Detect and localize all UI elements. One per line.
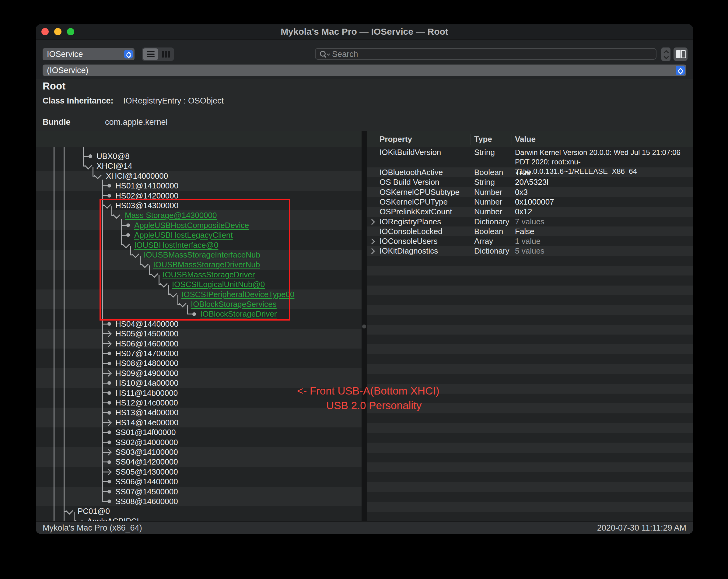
divider-handle-icon[interactable] [362,325,366,328]
class-inheritance-value: IORegistryEntry : OSObject [123,96,224,106]
tree-node-row[interactable]: HS01@14100000 [36,181,362,191]
row-stripe [367,285,693,296]
tree-node-label: HS08@14800000 [115,358,178,368]
tree-node-label: SS08@14600000 [115,497,178,507]
property-row[interactable]: OSKernelCPUSubtypeNumber0x3 [367,187,693,197]
inspector-toggle-button[interactable] [674,48,687,61]
window-title: Mykola’s Mac Pro — IOService — Root [36,24,693,39]
search-scope-chevron-icon [327,52,330,55]
column-header-property[interactable]: Property [380,131,412,147]
row-stripe [367,344,693,354]
class-filter-bar[interactable]: (IOService) [43,65,686,76]
tree-node-label: XHCI@14 [97,161,132,171]
tree-node-row[interactable]: PC01@0 [36,506,362,516]
property-type: Number [474,187,502,197]
property-name: OS Build Version [380,177,440,187]
tree-node-row[interactable]: XHCI@14000000 [36,171,362,181]
tree-node-row[interactable]: HS12@14c00000 [36,398,362,408]
tree-node-row[interactable]: SS03@14100000 [36,447,362,457]
tree-node-label: SS02@14000000 [115,437,178,448]
property-row[interactable]: IOKitDiagnosticsDictionary5 values [367,246,693,256]
row-stripe [367,295,693,305]
tree-pane-header [36,131,362,147]
property-name: IOConsoleUsers [380,236,438,246]
pane-divider[interactable] [362,131,367,522]
tree-node-row[interactable]: HS05@14500000 [36,329,362,338]
row-stripe [367,502,693,512]
tree-node-row[interactable]: SS07@14500000 [36,487,362,497]
tree-node-row[interactable]: HS14@14e00000 [36,418,362,427]
disclosure-collapsed-icon[interactable] [369,248,375,254]
property-row[interactable]: IOConsoleLockedBooleanFalse [367,226,693,236]
property-row[interactable]: OSPrelinkKextCountNumber0x12 [367,207,693,217]
property-row[interactable]: OSKernelCPUTypeNumber0x1000007 [367,197,693,207]
row-stripe [367,453,693,463]
row-stripe [367,364,693,374]
column-header-type[interactable]: Type [474,131,492,147]
row-stripe [367,413,693,424]
tree-node-label: HS14@14e00000 [115,418,178,428]
search-field[interactable] [315,48,656,60]
tree-node-label: HS13@14d00000 [115,408,178,418]
tree-connector-line [74,512,75,521]
tree-node-label: SS07@14500000 [115,487,178,497]
tree-node-label: SS03@14100000 [115,447,178,457]
tree-node-row[interactable]: SS05@14300000 [36,467,362,477]
tree-node-row[interactable]: SS04@14200000 [36,457,362,467]
tree-node-row[interactable]: SS02@14000000 [36,437,362,447]
leaf-node-icon [107,322,111,326]
tree-node-row[interactable]: HS13@14d00000 [36,408,362,417]
tree-node-label: HS10@14a00000 [115,378,178,388]
inspector-panel-icon [676,50,680,58]
view-mode-segmented-control [142,48,174,61]
property-name: OSKernelCPUSubtype [380,187,460,197]
tree-node-row[interactable]: HS08@14800000 [36,358,362,368]
toolbar: IOService [36,40,693,79]
property-value: 0x1000007 [515,197,554,207]
property-type: Number [474,197,502,207]
list-view-button[interactable] [143,48,158,60]
tree-node-row[interactable]: HS07@14700000 [36,349,362,358]
disclosure-collapsed-icon[interactable] [369,219,375,225]
disclosure-collapsed-icon[interactable] [369,238,375,245]
row-stripe [367,266,693,276]
plane-selector-popup[interactable]: IOService [43,48,134,60]
title-bar[interactable]: Mykola’s Mac Pro — IOService — Root [36,24,693,40]
row-stripe [367,472,693,482]
list-view-icon [147,51,155,52]
ioregistryexplorer-window: Mykola’s Mac Pro — IOService — Root IOSe… [36,24,693,534]
popup-chevrons-icon [124,50,133,58]
property-row[interactable]: IOKitBuildVersionStringDarwin Kernel Ver… [367,147,693,168]
property-value: 0x12 [515,207,532,217]
property-row[interactable]: IORegistryPlanesDictionary7 values [367,217,693,226]
tree-node-row[interactable]: HS09@14900000 [36,368,362,378]
tree-node-row[interactable]: AppleACPIPCI [36,516,362,522]
history-stepper[interactable] [661,48,671,61]
column-separator[interactable] [470,134,471,145]
node-title: Root [43,80,66,92]
column-view-icon [162,51,164,57]
leaf-node-icon [107,391,111,395]
tree-node-label: PC01@0 [78,506,110,516]
column-header-value[interactable]: Value [515,131,536,147]
property-row[interactable]: IOConsoleUsersArray1 value [367,236,693,246]
tree-node-row[interactable]: SS01@14f00000 [36,427,362,437]
row-stripe [367,305,693,315]
search-input[interactable] [332,49,637,59]
row-stripe [36,147,362,151]
tree-node-label: HS01@14100000 [115,181,178,191]
property-row[interactable]: IOBluetoothActiveBooleanTrue [367,168,693,177]
class-filter-chevrons-icon [676,66,685,75]
row-stripe [367,492,693,502]
row-stripe [367,482,693,492]
tree-node-row[interactable]: SS06@14400000 [36,477,362,486]
row-stripe [367,276,693,285]
property-type: Dictionary [474,246,510,256]
property-row[interactable]: OS Build VersionString20A5323l [367,177,693,187]
tree-node-row[interactable]: SS08@14600000 [36,497,362,506]
column-view-button[interactable] [159,48,173,60]
status-machine-label: Mykola’s Mac Pro (x86_64) [43,522,142,534]
status-bar: Mykola’s Mac Pro (x86_64) 2020-07-30 11:… [36,521,693,534]
column-separator[interactable] [512,134,512,145]
tree-node-row[interactable]: HS06@14600000 [36,339,362,349]
